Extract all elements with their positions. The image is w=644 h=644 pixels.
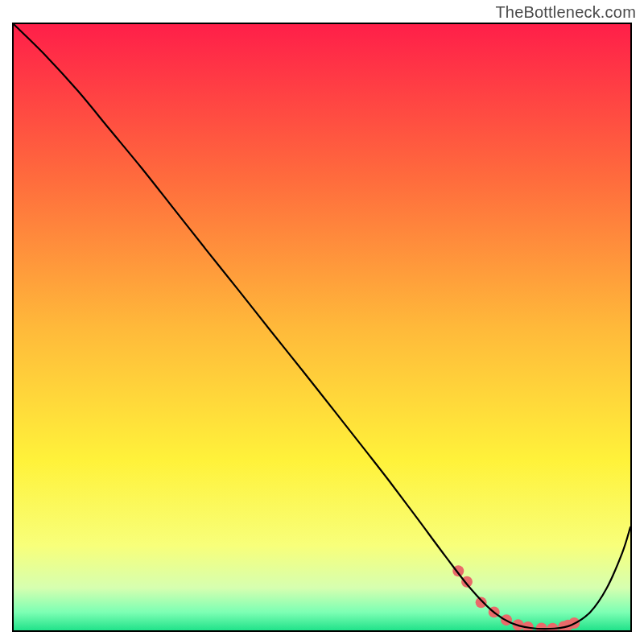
highlight-dots-group <box>452 565 580 630</box>
highlight-dot <box>476 597 487 608</box>
bottleneck-curve <box>14 24 630 629</box>
watermark-text: TheBottleneck.com <box>495 3 636 22</box>
chart-stage: TheBottleneck.com <box>0 0 644 644</box>
curve-layer <box>14 24 630 630</box>
highlight-dot <box>522 621 534 630</box>
plot-area <box>12 23 632 632</box>
